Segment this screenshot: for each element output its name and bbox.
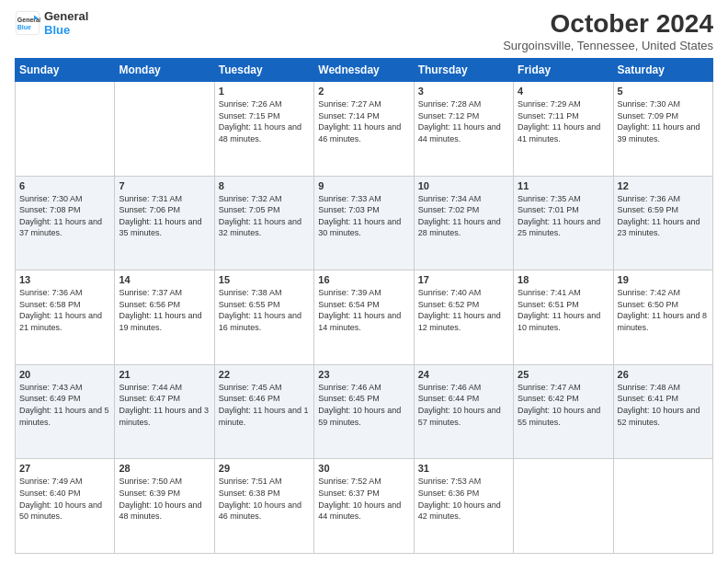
day-info: Sunrise: 7:51 AM Sunset: 6:38 PM Dayligh…	[219, 476, 310, 522]
day-info: Sunrise: 7:44 AM Sunset: 6:47 PM Dayligh…	[119, 382, 210, 428]
title-block: October 2024 Surgoinsville, Tennessee, U…	[503, 9, 713, 52]
table-row: 16Sunrise: 7:39 AM Sunset: 6:54 PM Dayli…	[314, 270, 414, 365]
day-info: Sunrise: 7:39 AM Sunset: 6:54 PM Dayligh…	[318, 287, 409, 333]
day-number: 17	[418, 274, 509, 285]
day-number: 29	[219, 463, 310, 474]
table-row: 28Sunrise: 7:50 AM Sunset: 6:39 PM Dayli…	[115, 459, 214, 554]
day-info: Sunrise: 7:50 AM Sunset: 6:39 PM Dayligh…	[119, 476, 210, 522]
day-info: Sunrise: 7:27 AM Sunset: 7:14 PM Dayligh…	[318, 98, 409, 144]
calendar-table: Sunday Monday Tuesday Wednesday Thursday…	[15, 58, 713, 554]
day-info: Sunrise: 7:40 AM Sunset: 6:52 PM Dayligh…	[418, 287, 509, 333]
day-number: 30	[318, 463, 409, 474]
day-number: 13	[19, 274, 110, 285]
day-number: 21	[119, 369, 210, 380]
day-number: 28	[119, 463, 210, 474]
logo-text: General Blue	[44, 9, 88, 37]
table-row: 5Sunrise: 7:30 AM Sunset: 7:09 PM Daylig…	[613, 82, 712, 177]
table-row	[613, 459, 712, 554]
page: General Blue General Blue October 2024 S…	[0, 0, 728, 563]
day-info: Sunrise: 7:53 AM Sunset: 6:36 PM Dayligh…	[418, 476, 509, 522]
table-row	[514, 459, 613, 554]
table-row: 10Sunrise: 7:34 AM Sunset: 7:02 PM Dayli…	[414, 176, 513, 270]
header: General Blue General Blue October 2024 S…	[15, 9, 713, 52]
table-row: 4Sunrise: 7:29 AM Sunset: 7:11 PM Daylig…	[514, 82, 613, 177]
table-row	[16, 82, 115, 177]
table-row: 17Sunrise: 7:40 AM Sunset: 6:52 PM Dayli…	[414, 270, 513, 365]
day-info: Sunrise: 7:32 AM Sunset: 7:05 PM Dayligh…	[219, 193, 310, 239]
table-row: 22Sunrise: 7:45 AM Sunset: 6:46 PM Dayli…	[214, 364, 313, 459]
day-info: Sunrise: 7:47 AM Sunset: 6:42 PM Dayligh…	[518, 382, 609, 428]
day-number: 14	[119, 274, 210, 285]
col-saturday: Saturday	[613, 59, 712, 82]
table-row: 18Sunrise: 7:41 AM Sunset: 6:51 PM Dayli…	[514, 270, 613, 365]
table-row: 19Sunrise: 7:42 AM Sunset: 6:50 PM Dayli…	[613, 270, 712, 365]
col-thursday: Thursday	[414, 59, 513, 82]
logo: General Blue General Blue	[15, 9, 88, 37]
svg-text:Blue: Blue	[17, 24, 31, 30]
table-row: 13Sunrise: 7:36 AM Sunset: 6:58 PM Dayli…	[16, 270, 115, 365]
day-number: 6	[19, 180, 110, 191]
col-tuesday: Tuesday	[214, 59, 313, 82]
day-number: 16	[318, 274, 409, 285]
day-info: Sunrise: 7:48 AM Sunset: 6:41 PM Dayligh…	[618, 382, 709, 428]
table-row: 31Sunrise: 7:53 AM Sunset: 6:36 PM Dayli…	[414, 459, 513, 554]
day-info: Sunrise: 7:42 AM Sunset: 6:50 PM Dayligh…	[618, 287, 709, 333]
day-info: Sunrise: 7:30 AM Sunset: 7:09 PM Dayligh…	[618, 98, 709, 144]
day-number: 23	[318, 369, 409, 380]
logo-icon: General Blue	[15, 10, 40, 36]
day-info: Sunrise: 7:49 AM Sunset: 6:40 PM Dayligh…	[19, 476, 110, 522]
day-number: 12	[618, 180, 709, 191]
table-row: 14Sunrise: 7:37 AM Sunset: 6:56 PM Dayli…	[115, 270, 214, 365]
table-row: 24Sunrise: 7:46 AM Sunset: 6:44 PM Dayli…	[414, 364, 513, 459]
day-info: Sunrise: 7:26 AM Sunset: 7:15 PM Dayligh…	[219, 98, 310, 144]
day-info: Sunrise: 7:36 AM Sunset: 6:59 PM Dayligh…	[618, 193, 709, 239]
table-row: 12Sunrise: 7:36 AM Sunset: 6:59 PM Dayli…	[613, 176, 712, 270]
day-info: Sunrise: 7:37 AM Sunset: 6:56 PM Dayligh…	[119, 287, 210, 333]
col-monday: Monday	[115, 59, 214, 82]
table-row: 3Sunrise: 7:28 AM Sunset: 7:12 PM Daylig…	[414, 82, 513, 177]
day-number: 25	[518, 369, 609, 380]
table-row: 9Sunrise: 7:33 AM Sunset: 7:03 PM Daylig…	[314, 176, 414, 270]
day-info: Sunrise: 7:45 AM Sunset: 6:46 PM Dayligh…	[219, 382, 310, 428]
day-number: 24	[418, 369, 509, 380]
day-info: Sunrise: 7:30 AM Sunset: 7:08 PM Dayligh…	[19, 193, 110, 239]
table-row: 30Sunrise: 7:52 AM Sunset: 6:37 PM Dayli…	[314, 459, 414, 554]
col-wednesday: Wednesday	[314, 59, 414, 82]
day-number: 5	[618, 86, 709, 97]
calendar-week-row: 1Sunrise: 7:26 AM Sunset: 7:15 PM Daylig…	[16, 82, 713, 177]
day-info: Sunrise: 7:33 AM Sunset: 7:03 PM Dayligh…	[318, 193, 409, 239]
day-info: Sunrise: 7:43 AM Sunset: 6:49 PM Dayligh…	[19, 382, 110, 428]
day-number: 19	[618, 274, 709, 285]
table-row: 25Sunrise: 7:47 AM Sunset: 6:42 PM Dayli…	[514, 364, 613, 459]
col-friday: Friday	[514, 59, 613, 82]
day-info: Sunrise: 7:34 AM Sunset: 7:02 PM Dayligh…	[418, 193, 509, 239]
svg-text:General: General	[17, 17, 40, 23]
calendar-week-row: 27Sunrise: 7:49 AM Sunset: 6:40 PM Dayli…	[16, 459, 713, 554]
table-row: 29Sunrise: 7:51 AM Sunset: 6:38 PM Dayli…	[214, 459, 313, 554]
svg-rect-0	[16, 11, 39, 34]
day-number: 1	[219, 86, 310, 97]
calendar-week-row: 6Sunrise: 7:30 AM Sunset: 7:08 PM Daylig…	[16, 176, 713, 270]
day-number: 27	[19, 463, 110, 474]
table-row: 7Sunrise: 7:31 AM Sunset: 7:06 PM Daylig…	[115, 176, 214, 270]
day-number: 31	[418, 463, 509, 474]
subtitle: Surgoinsville, Tennessee, United States	[503, 39, 713, 52]
table-row: 6Sunrise: 7:30 AM Sunset: 7:08 PM Daylig…	[16, 176, 115, 270]
day-info: Sunrise: 7:35 AM Sunset: 7:01 PM Dayligh…	[518, 193, 609, 239]
day-info: Sunrise: 7:41 AM Sunset: 6:51 PM Dayligh…	[518, 287, 609, 333]
calendar-week-row: 20Sunrise: 7:43 AM Sunset: 6:49 PM Dayli…	[16, 364, 713, 459]
calendar-header-row: Sunday Monday Tuesday Wednesday Thursday…	[16, 59, 713, 82]
day-number: 20	[19, 369, 110, 380]
day-info: Sunrise: 7:46 AM Sunset: 6:45 PM Dayligh…	[318, 382, 409, 428]
table-row: 15Sunrise: 7:38 AM Sunset: 6:55 PM Dayli…	[214, 270, 313, 365]
day-info: Sunrise: 7:29 AM Sunset: 7:11 PM Dayligh…	[518, 98, 609, 144]
day-info: Sunrise: 7:52 AM Sunset: 6:37 PM Dayligh…	[318, 476, 409, 522]
day-number: 2	[318, 86, 409, 97]
day-info: Sunrise: 7:31 AM Sunset: 7:06 PM Dayligh…	[119, 193, 210, 239]
day-number: 10	[418, 180, 509, 191]
day-number: 22	[219, 369, 310, 380]
day-number: 4	[518, 86, 609, 97]
table-row: 8Sunrise: 7:32 AM Sunset: 7:05 PM Daylig…	[214, 176, 313, 270]
table-row: 21Sunrise: 7:44 AM Sunset: 6:47 PM Dayli…	[115, 364, 214, 459]
day-info: Sunrise: 7:28 AM Sunset: 7:12 PM Dayligh…	[418, 98, 509, 144]
